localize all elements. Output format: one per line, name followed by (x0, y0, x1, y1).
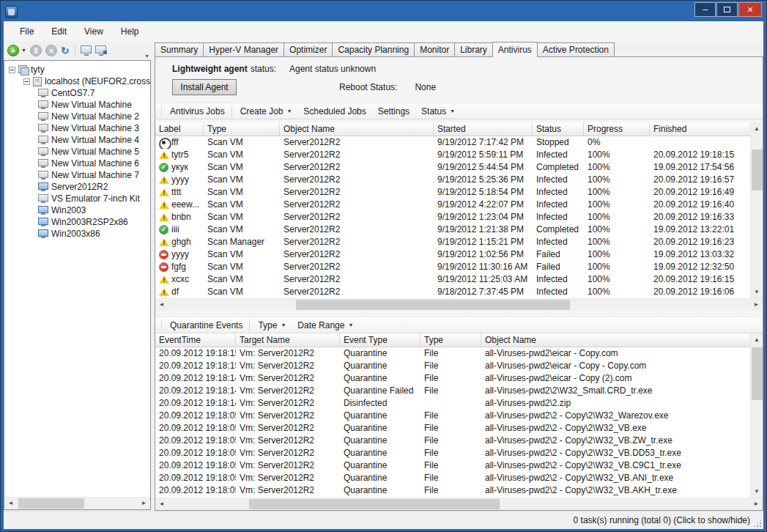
quarantine-row[interactable]: 20.09.2012 19:18:14Vm: Server2012R2Quara… (155, 372, 750, 385)
date-range-button[interactable]: Date Range▼ (292, 320, 359, 330)
menu-item-view[interactable]: View (75, 23, 112, 40)
install-agent-button[interactable]: Install Agent (172, 79, 237, 95)
remote-console-icon[interactable] (95, 45, 106, 53)
jobs-hscrollbar[interactable]: ◄ ► (155, 298, 763, 311)
minimize-button[interactable]: – (694, 2, 716, 17)
tab-hyper-v-manager[interactable]: Hyper-V Manager (203, 43, 284, 56)
quarantine-hscroll-thumb[interactable] (249, 499, 500, 509)
jobs-row[interactable]: укукScan VMServer2012R29/19/2012 5:44:54… (155, 161, 750, 174)
quarantine-column-header[interactable]: Object Name (481, 333, 750, 347)
jobs-row[interactable]: dfScan VMServer2012R29/18/2012 7:37:45 P… (155, 286, 750, 298)
quarantine-row[interactable]: 20.09.2012 19:18:05Vm: Server2012R2Quara… (155, 422, 750, 435)
quarantine-vscroll-track[interactable] (751, 346, 763, 485)
quarantine-row[interactable]: 20.09.2012 19:18:05Vm: Server2012R2Quara… (155, 410, 750, 422)
quarantine-vscrollbar[interactable]: ▲ ▼ (750, 333, 763, 498)
tree-item-new-virtual-machine-2[interactable]: New Virtual Machine 2 (4, 111, 150, 122)
tab-library[interactable]: Library (454, 43, 493, 56)
tree-item-new-virtual-machine-6[interactable]: New Virtual Machine 6 (4, 158, 150, 169)
tree-item-win2003x86[interactable]: Win2003x86 (4, 228, 150, 240)
quarantine-type-button[interactable]: Type▼ (252, 320, 292, 330)
quarantine-row[interactable]: 20.09.2012 19:18:05Vm: Server2012R2Quara… (155, 472, 750, 484)
maximize-button[interactable] (716, 2, 738, 17)
jobs-hscroll-track[interactable] (168, 299, 750, 311)
tree-hscroll-track[interactable] (17, 498, 138, 509)
jobs-hscroll-thumb[interactable] (296, 300, 570, 310)
quarantine-row[interactable]: 20.09.2012 19:18:15Vm: Server2012R2Quara… (155, 347, 750, 360)
jobs-row[interactable]: yyyyScan VMServer2012R29/19/2012 5:25:36… (155, 174, 750, 186)
quarantine-hscrollbar[interactable]: ◄ ► (155, 498, 763, 510)
scroll-left-icon[interactable]: ◄ (155, 299, 168, 311)
jobs-vscroll-track[interactable] (751, 135, 763, 286)
jobs-vscrollbar[interactable]: ▲ ▼ (750, 122, 763, 298)
jobs-column-header[interactable]: Started (434, 122, 533, 136)
quarantine-column-header[interactable]: Type (420, 333, 481, 347)
menu-item-file[interactable]: File (11, 23, 42, 40)
jobs-column-header[interactable]: Progress (584, 122, 650, 136)
quarantine-row[interactable]: 20.09.2012 19:18:14Vm: Server2012R2Quara… (155, 385, 750, 397)
tree-item-new-virtual-machine-7[interactable]: New Virtual Machine 7 (4, 169, 150, 181)
close-button[interactable]: × (738, 2, 762, 17)
jobs-row[interactable]: ghghScan ManagerServer2012R29/19/2012 1:… (155, 236, 750, 248)
tree-item-localhost-neufor2-cross[interactable]: localhost (NEUFOR2.cross (4, 75, 150, 87)
quarantine-row[interactable]: 20.09.2012 19:18:15Vm: Server2012R2Quara… (155, 360, 750, 372)
scroll-right-icon[interactable]: ► (138, 498, 150, 509)
create-job-button[interactable]: Create Job▼ (234, 106, 298, 117)
menu-item-edit[interactable]: Edit (42, 23, 75, 40)
settings-button[interactable]: Settings (372, 106, 415, 117)
pause-icon[interactable]: ‖ (30, 45, 42, 56)
tab-summary[interactable]: Summary (155, 43, 204, 56)
scheduled-jobs-button[interactable]: Scheduled Jobs (297, 106, 371, 117)
jobs-row[interactable]: bnbnScan VMServer2012R29/19/2012 1:23:04… (155, 211, 750, 223)
scroll-right-icon[interactable]: ► (750, 299, 763, 311)
jobs-column-header[interactable]: Type (204, 122, 280, 136)
scroll-up-icon[interactable]: ▲ (751, 333, 763, 346)
tree-hscroll-thumb[interactable] (18, 498, 85, 509)
jobs-column-header[interactable]: Finished (650, 122, 750, 136)
quarantine-vscroll-thumb[interactable] (752, 347, 763, 400)
jobs-row[interactable]: iiiiScan VMServer2012R29/19/2012 1:21:38… (155, 223, 750, 236)
status-button[interactable]: Status▼ (415, 106, 461, 117)
toolbar-overflow-icon[interactable]: ▼ (144, 53, 149, 59)
scroll-left-icon[interactable]: ◄ (4, 498, 17, 509)
tree-item-win2003r2sp2x86[interactable]: Win2003R2SP2x86 (4, 216, 150, 228)
tree-item-new-virtual-machine-3[interactable]: New Virtual Machine 3 (4, 122, 150, 134)
quarantine-hscroll-track[interactable] (168, 498, 750, 510)
menu-item-help[interactable]: Help (112, 23, 148, 40)
scroll-down-icon[interactable]: ▼ (751, 485, 763, 498)
collapse-expander-icon[interactable] (23, 78, 30, 85)
tree-item-new-virtual-machine-5[interactable]: New Virtual Machine 5 (4, 146, 150, 158)
quarantine-column-header[interactable]: Event Type (340, 333, 420, 347)
jobs-vscroll-thumb[interactable] (752, 149, 763, 191)
quarantine-row[interactable]: 20.09.2012 19:18:05Vm: Server2012R2Quara… (155, 447, 750, 459)
tab-optimizer[interactable]: Optimizer (284, 43, 333, 56)
scroll-up-icon[interactable]: ▲ (751, 122, 763, 135)
quarantine-row[interactable]: 20.09.2012 19:18:05Vm: Server2012R2Quara… (155, 459, 750, 472)
tab-monitor[interactable]: Monitor (414, 43, 455, 56)
jobs-row[interactable]: yyyyScan VMServer2012R29/19/2012 1:02:56… (155, 248, 750, 261)
console-icon[interactable] (81, 45, 92, 53)
statusbar-task-text[interactable]: 0 task(s) running (total 0) (Click to sh… (574, 515, 750, 525)
new-vm-dropdown-icon[interactable]: ▼ (21, 48, 26, 53)
tab-antivirus[interactable]: Antivirus (492, 42, 538, 57)
scroll-left-icon[interactable]: ◄ (155, 498, 168, 510)
tab-capacity-planning[interactable]: Capacity Planning (332, 43, 415, 56)
titlebar[interactable]: – × (1, 1, 766, 21)
tree-item-server2012r2[interactable]: Server2012R2 (4, 181, 150, 193)
jobs-row[interactable]: fgfgScan VMServer2012R29/19/2012 11:30:1… (155, 261, 750, 273)
jobs-row[interactable]: eeew...Scan VMServer2012R29/19/2012 4:22… (155, 199, 750, 211)
tree-item-tyty[interactable]: tyty (4, 64, 150, 75)
scroll-right-icon[interactable]: ► (750, 498, 763, 510)
tree-hscrollbar[interactable]: ◄ ► (4, 497, 150, 509)
jobs-row[interactable]: ttttScan VMServer2012R29/19/2012 5:18:54… (155, 186, 750, 199)
tree-item-new-virtual-machine-4[interactable]: New Virtual Machine 4 (4, 134, 150, 146)
tree-item-win2003[interactable]: Win2003 (4, 204, 150, 216)
jobs-column-header[interactable]: Object Name (280, 122, 434, 136)
cancel-icon[interactable]: × (45, 45, 57, 56)
quarantine-row[interactable]: 20.09.2012 19:18:05Vm: Server2012R2Quara… (155, 484, 750, 497)
quarantine-row[interactable]: 20.09.2012 19:18:14Vm: Server2012R2Disin… (155, 397, 750, 410)
quarantine-column-header[interactable]: EventTime (155, 333, 236, 347)
tree-item-centos7-7[interactable]: CentOS7.7 (4, 87, 150, 99)
jobs-row[interactable]: fffScan VMServer2012R29/19/2012 7:17:42 … (155, 136, 750, 149)
scroll-down-icon[interactable]: ▼ (751, 286, 763, 298)
quarantine-column-header[interactable]: Target Name (236, 333, 340, 347)
